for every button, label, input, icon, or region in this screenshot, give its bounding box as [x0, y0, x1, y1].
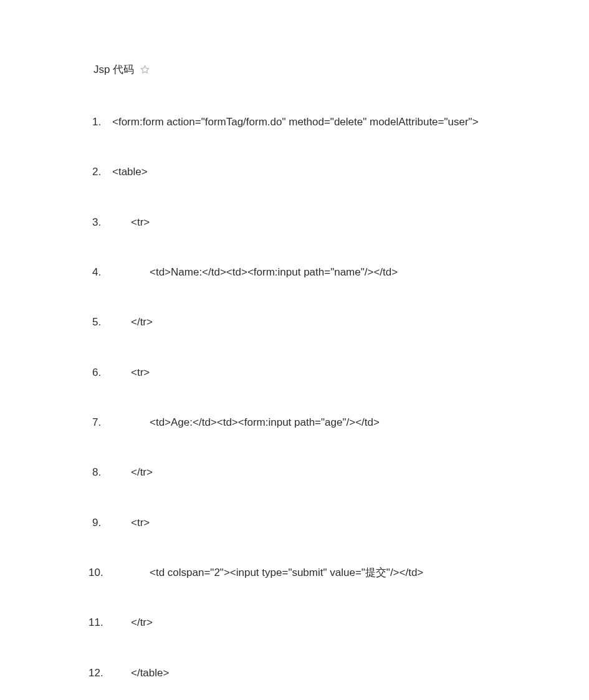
code-text: </table> [131, 667, 169, 679]
code-text: <tr> [131, 367, 150, 378]
code-line: <tr> [75, 214, 564, 231]
code-title: Jsp 代码 [93, 62, 134, 77]
code-list: <form:form action="formTag/form.do" meth… [75, 114, 564, 681]
page-container: Jsp 代码 <form:form action="formTag/form.d… [0, 0, 589, 700]
code-text: <table> [112, 166, 148, 178]
code-text: </tr> [131, 616, 153, 628]
code-line: </tr> [75, 464, 564, 481]
code-line: <table> [75, 164, 564, 180]
code-text: <form:form action="formTag/form.do" meth… [112, 116, 479, 128]
code-line: <td>Age:</td><td><form:input path="age"/… [75, 415, 564, 431]
code-text: <tr> [131, 216, 150, 228]
code-text: </tr> [131, 316, 153, 328]
code-line: <tr> [75, 515, 564, 531]
code-line: <form:form action="formTag/form.do" meth… [75, 114, 564, 130]
code-text: </tr> [131, 466, 153, 478]
code-line: </tr> [75, 314, 564, 330]
code-text: <td>Name:</td><td><form:input path="name… [150, 266, 398, 278]
code-line: <td colspan="2"><input type="submit" val… [75, 565, 564, 581]
code-text: <tr> [131, 517, 150, 529]
star-icon[interactable] [140, 65, 150, 74]
code-text: <td>Age:</td><td><form:input path="age"/… [150, 416, 380, 428]
code-line: <td>Name:</td><td><form:input path="name… [75, 264, 564, 280]
code-title-row: Jsp 代码 [93, 62, 564, 77]
code-line: </table> [75, 665, 564, 681]
code-line: <tr> [75, 365, 564, 381]
code-text: <td colspan="2"><input type="submit" val… [150, 567, 423, 578]
code-line: </tr> [75, 615, 564, 631]
svg-marker-0 [141, 65, 149, 73]
